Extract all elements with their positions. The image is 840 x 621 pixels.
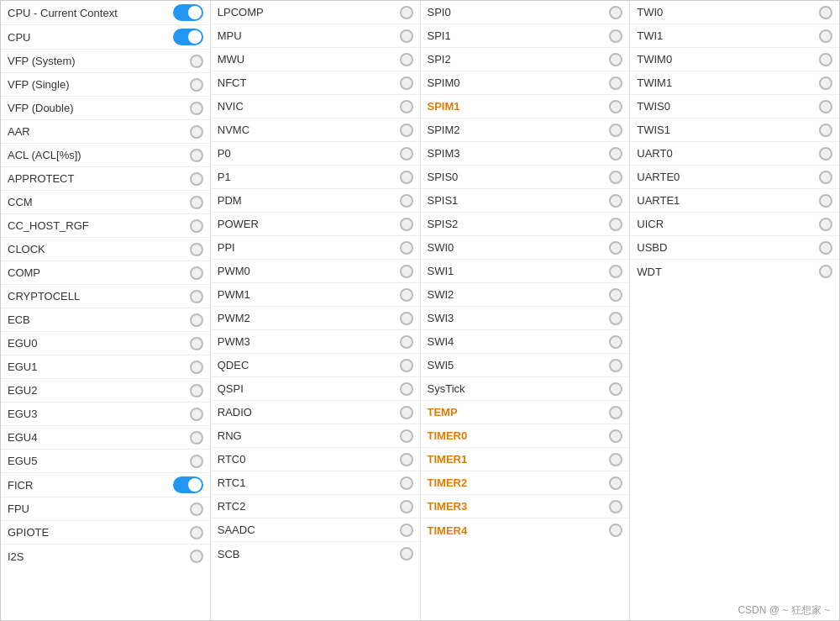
toggle-switch[interactable] [173,29,203,45]
radio-button[interactable] [400,500,413,513]
radio-button[interactable] [819,124,832,137]
radio-button[interactable] [400,406,413,419]
radio-button[interactable] [609,453,622,466]
radio-button[interactable] [609,406,622,419]
radio-button[interactable] [819,241,832,255]
radio-button[interactable] [400,194,413,208]
radio-button[interactable] [400,29,413,43]
radio-button[interactable] [609,124,622,137]
item-label: SPI1 [428,29,451,42]
radio-button[interactable] [819,53,832,66]
item-label: CLOCK [8,243,45,255]
radio-button[interactable] [609,476,622,490]
radio-button[interactable] [819,218,832,231]
radio-button[interactable] [400,288,413,302]
radio-button[interactable] [609,194,622,208]
radio-button[interactable] [609,382,622,396]
radio-button[interactable] [819,194,832,208]
radio-button[interactable] [609,288,622,302]
radio-button[interactable] [400,241,413,255]
list-item: ECB [1,308,210,332]
radio-button[interactable] [400,6,413,19]
radio-button[interactable] [190,149,203,162]
radio-button[interactable] [609,53,622,66]
item-label: POWER [218,218,259,230]
radio-button[interactable] [400,53,413,66]
radio-button[interactable] [190,196,203,209]
radio-button[interactable] [819,29,832,43]
toggle-switch[interactable] [173,476,203,493]
radio-button[interactable] [609,429,622,443]
radio-button[interactable] [819,171,832,184]
list-item: SWI1 [421,260,630,283]
radio-button[interactable] [190,78,203,92]
footer-label: CSDN @ ~ 狂想家 ~ [738,603,830,618]
radio-button[interactable] [609,6,622,19]
radio-button[interactable] [400,335,413,349]
radio-button[interactable] [190,219,203,233]
radio-button[interactable] [190,550,203,563]
radio-button[interactable] [609,335,622,349]
radio-button[interactable] [400,382,413,396]
radio-button[interactable] [819,265,832,278]
radio-button[interactable] [400,359,413,372]
radio-button[interactable] [609,76,622,90]
radio-button[interactable] [400,76,413,90]
radio-button[interactable] [190,290,203,303]
radio-button[interactable] [609,147,622,161]
radio-button[interactable] [819,76,832,90]
radio-button[interactable] [190,455,203,468]
radio-button[interactable] [190,337,203,350]
radio-button[interactable] [609,359,622,372]
radio-button[interactable] [190,102,203,115]
list-item: SPIM1 [421,95,630,118]
radio-button[interactable] [190,384,203,397]
radio-button[interactable] [609,29,622,43]
radio-button[interactable] [400,124,413,137]
radio-button[interactable] [190,172,203,186]
radio-button[interactable] [609,265,622,278]
radio-button[interactable] [400,218,413,231]
list-item: UICR [630,213,839,236]
item-label: CPU [8,31,30,44]
radio-button[interactable] [400,100,413,113]
toggle-switch[interactable] [173,4,203,21]
radio-button[interactable] [400,312,413,325]
radio-button[interactable] [609,241,622,255]
radio-button[interactable] [609,500,622,513]
list-item: SPI1 [421,24,630,48]
radio-button[interactable] [190,408,203,421]
item-label: WDT [637,266,662,278]
item-label: TEMP [428,406,458,418]
item-label: EGU0 [8,337,37,350]
radio-button[interactable] [609,312,622,325]
radio-button[interactable] [400,429,413,443]
radio-button[interactable] [609,171,622,184]
radio-button[interactable] [400,476,413,490]
item-label: SWI1 [428,265,454,277]
radio-button[interactable] [400,171,413,184]
radio-button[interactable] [819,100,832,113]
radio-button[interactable] [190,431,203,445]
radio-button[interactable] [190,125,203,139]
radio-button[interactable] [609,524,622,537]
list-item: GPIOTE [1,521,210,545]
radio-button[interactable] [190,526,203,539]
radio-button[interactable] [190,360,203,374]
radio-button[interactable] [819,6,832,19]
list-item: SPIM2 [421,118,630,142]
radio-button[interactable] [190,243,203,256]
radio-button[interactable] [190,313,203,327]
radio-button[interactable] [609,100,622,113]
radio-button[interactable] [190,266,203,280]
item-label: PWM3 [218,335,250,348]
radio-button[interactable] [400,453,413,466]
radio-button[interactable] [400,265,413,278]
radio-button[interactable] [400,147,413,161]
radio-button[interactable] [190,503,203,516]
radio-button[interactable] [190,55,203,68]
radio-button[interactable] [400,547,413,560]
radio-button[interactable] [400,524,413,537]
radio-button[interactable] [609,218,622,231]
radio-button[interactable] [819,147,832,161]
